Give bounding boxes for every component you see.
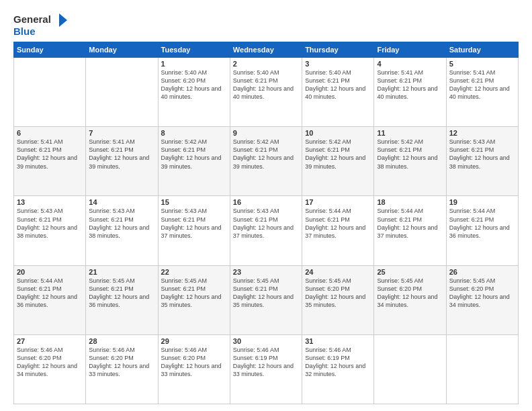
weekday-header-tuesday: Tuesday <box>158 42 230 58</box>
day-info: Sunrise: 5:43 AM Sunset: 6:21 PM Dayligh… <box>17 207 83 240</box>
day-info: Sunrise: 5:45 AM Sunset: 6:21 PM Dayligh… <box>89 277 154 310</box>
day-number: 9 <box>233 129 299 137</box>
day-number: 2 <box>233 60 299 68</box>
day-info: Sunrise: 5:42 AM Sunset: 6:21 PM Dayligh… <box>233 138 299 171</box>
calendar-cell: 29Sunrise: 5:46 AM Sunset: 6:20 PM Dayli… <box>158 334 230 404</box>
calendar-cell: 10Sunrise: 5:42 AM Sunset: 6:21 PM Dayli… <box>302 127 374 196</box>
day-info: Sunrise: 5:43 AM Sunset: 6:21 PM Dayligh… <box>89 207 154 240</box>
calendar-cell <box>14 58 86 127</box>
calendar-cell: 14Sunrise: 5:43 AM Sunset: 6:21 PM Dayli… <box>86 196 158 265</box>
calendar-week-2: 6Sunrise: 5:41 AM Sunset: 6:21 PM Daylig… <box>14 127 519 196</box>
calendar-week-4: 20Sunrise: 5:44 AM Sunset: 6:21 PM Dayli… <box>14 265 519 334</box>
day-number: 24 <box>305 268 371 276</box>
day-info: Sunrise: 5:45 AM Sunset: 6:20 PM Dayligh… <box>377 277 443 310</box>
weekday-header-thursday: Thursday <box>302 42 374 58</box>
day-info: Sunrise: 5:40 AM Sunset: 6:21 PM Dayligh… <box>233 68 299 101</box>
weekday-header-saturday: Saturday <box>446 42 518 58</box>
calendar-cell: 18Sunrise: 5:44 AM Sunset: 6:21 PM Dayli… <box>374 196 446 265</box>
calendar-cell <box>446 334 518 404</box>
calendar-cell: 1Sunrise: 5:40 AM Sunset: 6:20 PM Daylig… <box>158 58 230 127</box>
logo: GeneralBlue <box>13 12 67 39</box>
day-info: Sunrise: 5:44 AM Sunset: 6:21 PM Dayligh… <box>449 207 515 240</box>
calendar-cell: 30Sunrise: 5:46 AM Sunset: 6:19 PM Dayli… <box>230 334 302 404</box>
day-info: Sunrise: 5:41 AM Sunset: 6:21 PM Dayligh… <box>89 138 154 171</box>
calendar-cell: 28Sunrise: 5:46 AM Sunset: 6:20 PM Dayli… <box>86 334 158 404</box>
day-number: 19 <box>449 198 515 206</box>
day-number: 14 <box>89 198 154 206</box>
calendar-week-3: 13Sunrise: 5:43 AM Sunset: 6:21 PM Dayli… <box>14 196 519 265</box>
day-info: Sunrise: 5:43 AM Sunset: 6:21 PM Dayligh… <box>233 207 299 240</box>
calendar-cell: 8Sunrise: 5:42 AM Sunset: 6:21 PM Daylig… <box>158 127 230 196</box>
day-number: 10 <box>305 129 371 137</box>
calendar-cell: 19Sunrise: 5:44 AM Sunset: 6:21 PM Dayli… <box>446 196 518 265</box>
day-number: 25 <box>377 268 443 276</box>
page: GeneralBlue SundayMondayTuesdayWednesday… <box>0 0 532 411</box>
day-number: 21 <box>89 268 154 276</box>
day-info: Sunrise: 5:41 AM Sunset: 6:21 PM Dayligh… <box>449 68 515 101</box>
calendar-cell: 9Sunrise: 5:42 AM Sunset: 6:21 PM Daylig… <box>230 127 302 196</box>
calendar-cell: 3Sunrise: 5:40 AM Sunset: 6:21 PM Daylig… <box>302 58 374 127</box>
calendar-cell: 23Sunrise: 5:45 AM Sunset: 6:21 PM Dayli… <box>230 265 302 334</box>
calendar-cell: 15Sunrise: 5:43 AM Sunset: 6:21 PM Dayli… <box>158 196 230 265</box>
calendar-cell: 5Sunrise: 5:41 AM Sunset: 6:21 PM Daylig… <box>446 58 518 127</box>
day-number: 26 <box>449 268 515 276</box>
day-info: Sunrise: 5:45 AM Sunset: 6:20 PM Dayligh… <box>305 277 371 310</box>
svg-text:General: General <box>13 13 51 25</box>
day-info: Sunrise: 5:44 AM Sunset: 6:21 PM Dayligh… <box>17 277 83 310</box>
calendar-cell: 27Sunrise: 5:46 AM Sunset: 6:20 PM Dayli… <box>14 334 86 404</box>
day-number: 22 <box>161 268 227 276</box>
day-number: 5 <box>449 60 515 68</box>
day-number: 3 <box>305 60 371 68</box>
calendar-cell: 11Sunrise: 5:42 AM Sunset: 6:21 PM Dayli… <box>374 127 446 196</box>
calendar-cell: 13Sunrise: 5:43 AM Sunset: 6:21 PM Dayli… <box>14 196 86 265</box>
calendar-cell: 21Sunrise: 5:45 AM Sunset: 6:21 PM Dayli… <box>86 265 158 334</box>
day-number: 16 <box>233 198 299 206</box>
calendar-cell: 17Sunrise: 5:44 AM Sunset: 6:21 PM Dayli… <box>302 196 374 265</box>
day-number: 31 <box>305 337 371 345</box>
weekday-header-wednesday: Wednesday <box>230 42 302 58</box>
calendar-cell <box>86 58 158 127</box>
logo-svg: GeneralBlue <box>13 12 67 39</box>
day-info: Sunrise: 5:44 AM Sunset: 6:21 PM Dayligh… <box>305 207 371 240</box>
day-number: 1 <box>161 60 227 68</box>
day-number: 20 <box>17 268 83 276</box>
day-info: Sunrise: 5:41 AM Sunset: 6:21 PM Dayligh… <box>377 68 443 101</box>
day-info: Sunrise: 5:46 AM Sunset: 6:19 PM Dayligh… <box>233 346 299 379</box>
day-info: Sunrise: 5:46 AM Sunset: 6:20 PM Dayligh… <box>17 346 83 379</box>
weekday-header-row: SundayMondayTuesdayWednesdayThursdayFrid… <box>14 42 519 58</box>
day-info: Sunrise: 5:46 AM Sunset: 6:20 PM Dayligh… <box>89 346 154 379</box>
day-info: Sunrise: 5:45 AM Sunset: 6:21 PM Dayligh… <box>233 277 299 310</box>
svg-text:Blue: Blue <box>13 26 36 37</box>
day-info: Sunrise: 5:45 AM Sunset: 6:21 PM Dayligh… <box>161 277 227 310</box>
day-info: Sunrise: 5:42 AM Sunset: 6:21 PM Dayligh… <box>161 138 227 171</box>
day-info: Sunrise: 5:42 AM Sunset: 6:21 PM Dayligh… <box>377 138 443 171</box>
day-number: 15 <box>161 198 227 206</box>
day-number: 4 <box>377 60 443 68</box>
day-info: Sunrise: 5:46 AM Sunset: 6:20 PM Dayligh… <box>161 346 227 379</box>
day-number: 29 <box>161 337 227 345</box>
calendar-cell: 6Sunrise: 5:41 AM Sunset: 6:21 PM Daylig… <box>14 127 86 196</box>
day-number: 28 <box>89 337 154 345</box>
day-number: 12 <box>449 129 515 137</box>
calendar-cell: 26Sunrise: 5:45 AM Sunset: 6:20 PM Dayli… <box>446 265 518 334</box>
calendar-week-1: 1Sunrise: 5:40 AM Sunset: 6:20 PM Daylig… <box>14 58 519 127</box>
day-number: 6 <box>17 129 83 137</box>
calendar-cell: 31Sunrise: 5:46 AM Sunset: 6:19 PM Dayli… <box>302 334 374 404</box>
day-info: Sunrise: 5:40 AM Sunset: 6:20 PM Dayligh… <box>161 68 227 101</box>
calendar-cell: 24Sunrise: 5:45 AM Sunset: 6:20 PM Dayli… <box>302 265 374 334</box>
calendar-table: SundayMondayTuesdayWednesdayThursdayFrid… <box>13 42 519 404</box>
weekday-header-friday: Friday <box>374 42 446 58</box>
calendar-cell: 16Sunrise: 5:43 AM Sunset: 6:21 PM Dayli… <box>230 196 302 265</box>
calendar-week-5: 27Sunrise: 5:46 AM Sunset: 6:20 PM Dayli… <box>14 334 519 404</box>
day-info: Sunrise: 5:41 AM Sunset: 6:21 PM Dayligh… <box>17 138 83 171</box>
day-number: 7 <box>89 129 154 137</box>
day-number: 17 <box>305 198 371 206</box>
calendar-cell: 7Sunrise: 5:41 AM Sunset: 6:21 PM Daylig… <box>86 127 158 196</box>
day-number: 8 <box>161 129 227 137</box>
day-info: Sunrise: 5:40 AM Sunset: 6:21 PM Dayligh… <box>305 68 371 101</box>
day-info: Sunrise: 5:42 AM Sunset: 6:21 PM Dayligh… <box>305 138 371 171</box>
calendar-cell <box>374 334 446 404</box>
day-info: Sunrise: 5:44 AM Sunset: 6:21 PM Dayligh… <box>377 207 443 240</box>
calendar-cell: 2Sunrise: 5:40 AM Sunset: 6:21 PM Daylig… <box>230 58 302 127</box>
day-info: Sunrise: 5:45 AM Sunset: 6:20 PM Dayligh… <box>449 277 515 310</box>
